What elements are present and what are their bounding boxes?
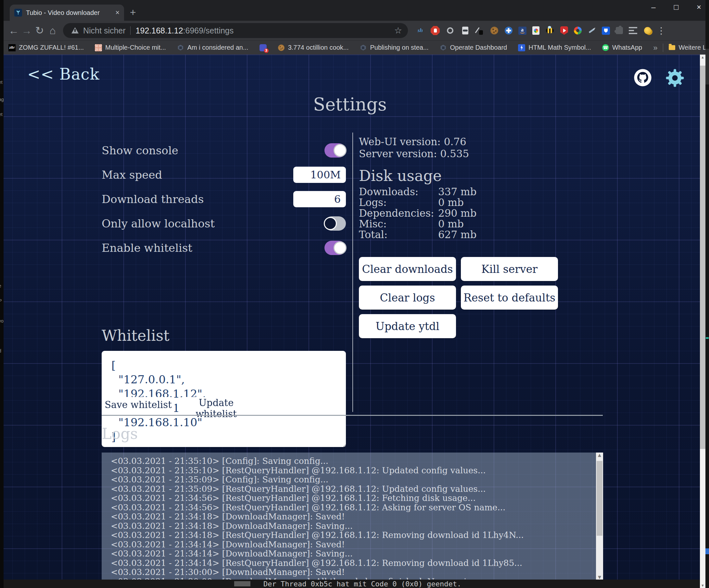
bookmark-item[interactable]: HTML Math Symbol... [518, 44, 591, 51]
amazon-assistant-extension-icon[interactable] [518, 27, 526, 35]
save-whitelist-button[interactable]: Save whitelist [102, 397, 175, 412]
scroll-down-icon[interactable]: ▼ [596, 575, 603, 580]
bookmark-item[interactable]: ZOMG ZUFALL! #61... [8, 44, 84, 51]
other-bookmarks-folder[interactable]: Weitere Lesezeichen [668, 44, 709, 51]
background-scrollbar-fragment [234, 581, 251, 586]
bookmark-item[interactable]: Publishing on stea... [360, 44, 428, 51]
browser-toolbar: ← → ↻ ⌂ Nicht sicher 192.168.1.12 :6969/… [0, 21, 709, 40]
logs-scrollbar[interactable]: ▲ ▼ [596, 453, 603, 588]
bee-extension-icon[interactable] [545, 26, 554, 35]
home-button[interactable]: ⌂ [46, 25, 59, 37]
syringe-extension-icon[interactable] [587, 26, 596, 35]
log-line: <03.03.2021 - 21:34:14> [DownloadManager… [111, 540, 597, 549]
unity-cube-icon [360, 44, 367, 51]
log-line: <03.03.2021 - 21:35:10> [Config]: Saving… [111, 456, 597, 466]
bookmark-item[interactable]: ☎ WhatsApp [602, 44, 642, 51]
medical-cross-extension-icon[interactable] [505, 27, 513, 34]
log-line: <03.03.2021 - 21:34:18> [DownloadManager… [111, 512, 597, 521]
address-bar[interactable]: Nicht sicher 192.168.1.12 :6969/settings… [63, 23, 408, 38]
bookmarks-overflow-icon[interactable]: » [653, 43, 657, 52]
bookmark-star-icon[interactable]: ☆ [394, 25, 402, 36]
browser-scrollbar[interactable]: ▲ ▼ [700, 55, 705, 588]
not-secure-warning-icon[interactable] [72, 27, 79, 33]
logs-heading: Logs [102, 425, 138, 442]
coins-extension-icon[interactable] [643, 26, 652, 35]
logs-scroll-thumb[interactable] [597, 461, 602, 536]
github-icon[interactable] [633, 68, 652, 87]
browser-tab[interactable]: Tubio - Video downloader × [10, 4, 124, 21]
download-threads-input[interactable] [293, 191, 346, 207]
update-whitelist-button[interactable]: Update whitelist [180, 397, 253, 412]
update-ytdl-button[interactable]: Update ytdl [359, 314, 456, 338]
shield-play-extension-icon[interactable] [560, 26, 568, 35]
bookmark-item[interactable]: Operate Dashboard [440, 44, 507, 51]
reload-button[interactable]: ↻ [33, 24, 46, 37]
window-close-button[interactable]: × [695, 3, 703, 12]
gear-icon[interactable] [665, 68, 685, 88]
show-console-label: Show console [102, 144, 178, 157]
playlist-extension-icon[interactable] [629, 27, 637, 34]
max-speed-input[interactable] [293, 167, 346, 183]
show-console-row: Show console [102, 138, 346, 162]
bookmark-item[interactable]: 3 [260, 44, 267, 51]
chrome-folder-extension-icon[interactable] [532, 26, 540, 35]
scroll-down-icon[interactable]: ▼ [700, 584, 705, 587]
clear-downloads-button[interactable]: Clear downloads [359, 257, 456, 281]
ring-extension-icon[interactable] [446, 26, 455, 35]
window-minimize-button[interactable]: – [649, 3, 658, 12]
cookie-extension-icon[interactable] [490, 26, 499, 35]
reset-to-defaults-button[interactable]: Reset to defaults [461, 285, 558, 310]
url-path: :6969/settings [183, 26, 234, 35]
browser-scroll-thumb[interactable] [700, 66, 705, 449]
server-actions: Clear downloads Kill server Clear logs R… [359, 257, 558, 338]
settings-form: Show console Max speed Download threads … [102, 138, 346, 260]
log-line: <03.03.2021 - 21:34:14> [DownloadManager… [111, 549, 597, 558]
log-lines: <03.03.2021 - 21:35:10> [Config]: Saving… [102, 453, 603, 586]
bitwarden-extension-icon[interactable] [602, 27, 610, 35]
browser-titlebar: Tubio - Video downloader × + – □ × [0, 0, 709, 21]
new-tab-button[interactable]: + [130, 6, 136, 19]
tubio-settings-page: << Back Settings Show console [0, 55, 709, 588]
url-host: 192.168.1.12 [136, 26, 183, 35]
log-line: <03.03.2021 - 21:30:00> [DownloadManager… [111, 567, 597, 577]
bookmark-item[interactable]: Multiple-Choice mit... [95, 44, 166, 51]
log-line: <03.03.2021 - 21:34:56> [RestQueryHandle… [111, 493, 597, 503]
enable-whitelist-label: Enable whitelist [102, 241, 192, 254]
log-line: <03.03.2021 - 21:34:14> [RestQueryHandle… [111, 558, 597, 568]
bookmark-item[interactable]: 3.774 octillion cook... [278, 44, 349, 51]
log-line: <03.03.2021 - 21:35:09> [Config]: Saving… [111, 475, 597, 484]
enable-whitelist-toggle[interactable] [324, 241, 346, 255]
kill-server-button[interactable]: Kill server [461, 257, 558, 281]
show-console-toggle[interactable] [324, 143, 346, 158]
back-button[interactable]: ← [7, 25, 20, 37]
bookmark-item[interactable]: Am i considered an... [177, 44, 248, 51]
table-row: Logs:0 mb [359, 197, 603, 208]
background-window-right-edge [705, 0, 709, 588]
table-row: Downloads:337 mb [359, 186, 603, 197]
table-row: Dependencies:290 mb [359, 208, 603, 219]
masked-file-extension-icon[interactable] [461, 26, 470, 35]
forward-button[interactable]: → [20, 25, 33, 37]
unity-cube-icon [177, 44, 184, 51]
puzzle-extension-icon[interactable] [616, 27, 623, 34]
back-link[interactable]: << Back [27, 65, 100, 83]
stop-hand-extension-icon[interactable] [431, 26, 440, 35]
tab-close-icon[interactable]: × [115, 8, 120, 17]
scroll-up-icon[interactable]: ▲ [700, 55, 705, 59]
sh-extension-icon[interactable] [416, 26, 425, 35]
only-localhost-label: Only allow localhost [102, 217, 215, 230]
pen-extension-icon[interactable] [475, 26, 484, 35]
background-debug-output: Der Thread 0xb5c hat mit Code 0 (0x0) ge… [4, 580, 700, 588]
scroll-up-icon[interactable]: ▲ [596, 453, 603, 457]
only-localhost-toggle[interactable] [324, 216, 346, 231]
window-maximize-button[interactable]: □ [672, 3, 680, 12]
log-line: <03.03.2021 - 21:34:18> [RestQueryHandle… [111, 531, 597, 540]
logs-panel[interactable]: <03.03.2021 - 21:35:10> [Config]: Saving… [102, 453, 603, 588]
table-row: Total:627 mb [359, 229, 603, 240]
browser-menu-icon[interactable]: ⋮ [657, 25, 666, 36]
google-colors-extension-icon[interactable] [574, 27, 582, 34]
log-line: <03.03.2021 - 21:34:18> [DownloadManager… [111, 521, 597, 531]
clear-logs-button[interactable]: Clear logs [359, 285, 456, 310]
cookie-icon [278, 44, 285, 51]
only-localhost-row: Only allow localhost [102, 211, 346, 235]
